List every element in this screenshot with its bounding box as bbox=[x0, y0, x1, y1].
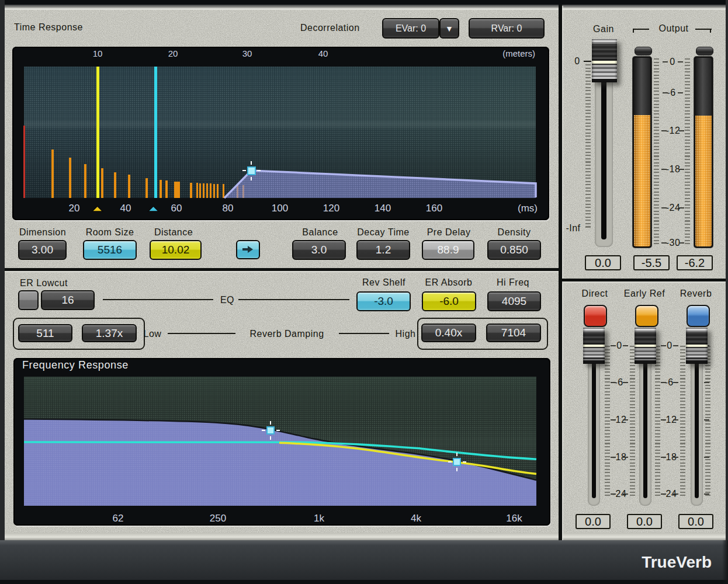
svg-text:1k: 1k bbox=[314, 513, 324, 524]
svg-text:120: 120 bbox=[323, 203, 339, 214]
svg-text:80: 80 bbox=[223, 203, 234, 214]
svg-text:30: 30 bbox=[242, 48, 252, 58]
svg-text:20: 20 bbox=[168, 48, 178, 58]
svg-text:(meters): (meters) bbox=[502, 48, 535, 58]
svg-text:10: 10 bbox=[93, 48, 103, 58]
svg-text:100: 100 bbox=[272, 203, 288, 214]
svg-text:40: 40 bbox=[120, 203, 131, 214]
svg-text:160: 160 bbox=[426, 203, 442, 214]
svg-text:40: 40 bbox=[318, 48, 328, 58]
svg-text:16k: 16k bbox=[506, 513, 522, 524]
svg-text:(ms): (ms) bbox=[518, 203, 538, 214]
svg-text:20: 20 bbox=[69, 203, 80, 214]
svg-text:4k: 4k bbox=[411, 513, 421, 524]
svg-text:62: 62 bbox=[113, 513, 124, 524]
svg-text:Frequency Response: Frequency Response bbox=[22, 359, 129, 371]
svg-text:250: 250 bbox=[210, 513, 226, 524]
svg-text:60: 60 bbox=[171, 203, 182, 214]
svg-text:140: 140 bbox=[375, 203, 391, 214]
